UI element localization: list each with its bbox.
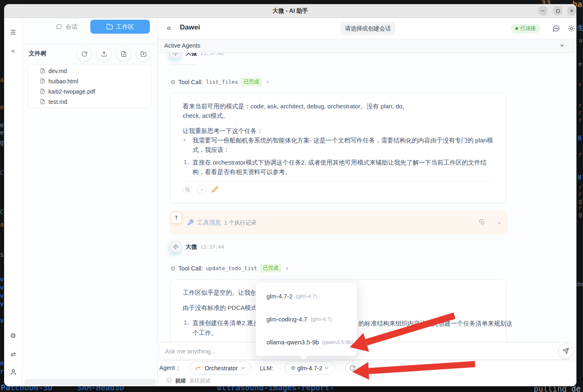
close-icon: ✕ <box>570 8 574 14</box>
titlebar[interactable]: 大微 - AI 助手 ✕ <box>4 4 576 18</box>
terminal-text-fragment: C <box>0 169 4 177</box>
composer <box>158 342 576 360</box>
bullet-item: • 我需要写一份船舶机务系统的智能体化方案- 这是一个文档写作任务，需要结构化的… <box>183 135 493 154</box>
message-text: 看来当前可用的模式是：code, ask, architect, debug, … <box>183 101 493 120</box>
message-sender: 大微 <box>186 53 197 57</box>
new-folder-button[interactable] <box>136 47 150 61</box>
terminal-text-fragment: r <box>578 81 582 88</box>
close-button[interactable]: ✕ <box>567 6 576 16</box>
agents-collapse-icon[interactable] <box>560 45 564 47</box>
upload-file-button[interactable] <box>97 47 111 61</box>
avatar: 小 <box>170 241 181 252</box>
icon-rail: ☰ « ⚙ ⇄ <box>4 18 22 386</box>
expand-button[interactable] <box>497 220 502 227</box>
tab-workspace[interactable]: 工作区 <box>90 20 150 34</box>
terminal-text-fragment: g <box>578 211 582 218</box>
tool-call-name: list_files <box>206 79 238 85</box>
session-picker-button[interactable]: 请选择或创建会话 <box>340 22 395 35</box>
orchestrator-icon <box>195 365 202 371</box>
theme-sun-icon[interactable] <box>567 25 575 34</box>
chevron-right-icon[interactable] <box>284 266 290 271</box>
tool-call-name: update_todo_list <box>206 265 257 271</box>
assistant-message-card: 看来当前可用的模式是：code, ask, architect, debug, … <box>170 93 506 203</box>
terminal-text-fragment: r <box>0 368 4 375</box>
maximize-icon <box>556 9 560 13</box>
user-icon[interactable] <box>4 369 22 377</box>
active-agents-bar[interactable]: Active Agents <box>158 39 576 53</box>
file-name: kaiti2-twopage.pdf <box>48 88 95 95</box>
llm-label: LLM: <box>260 365 273 371</box>
divider <box>22 44 157 44</box>
folder-icon <box>106 23 113 30</box>
file-icon <box>121 51 127 57</box>
gear-icon: ⚙ <box>291 365 296 371</box>
pencil-icon <box>211 186 218 193</box>
terminal-text-fragment: C <box>0 209 4 216</box>
terminal-text-fragment: r <box>578 151 582 158</box>
numbered-text: 直接创建任务清单2.逐步完 <box>193 319 266 326</box>
status-state: 就绪 <box>175 377 186 385</box>
file-list: dev.md huibao.html kaiti2-twopage.pdf te… <box>28 64 151 108</box>
refresh-models-button[interactable] <box>345 361 359 375</box>
tool-call-row[interactable]: ⚙ Tool Call: update_todo_list 已完成 <box>170 264 290 273</box>
file-row[interactable]: test.md <box>28 96 151 107</box>
terminal-text-fragment: r <box>578 204 582 211</box>
refresh-files-button[interactable] <box>77 47 91 61</box>
terminal-text-fragment: s <box>0 251 4 259</box>
sidebar: 会话 工作区 文件树 <box>22 18 158 386</box>
maximize-button[interactable] <box>553 6 562 16</box>
file-row[interactable]: dev.md <box>28 66 151 76</box>
terminal-text-fragment: H <box>578 135 581 142</box>
llm-model-dropdown: glm-4.7-2 (glm-4.7) glm-coding-4.7 (glm-… <box>255 282 357 356</box>
copy-button[interactable] <box>479 219 485 227</box>
copy-button[interactable] <box>183 185 192 194</box>
swap-icon[interactable]: ⇄ <box>4 351 22 358</box>
tab-sessions-label: 会话 <box>66 23 78 31</box>
file-tree-title: 文件树 <box>29 50 47 57</box>
collapse-message-button[interactable] <box>197 185 207 194</box>
tab-sessions[interactable]: 会话 <box>45 20 88 34</box>
chat-scroll-area[interactable]: 小 大微 13:37:42 ⚙ Tool Call: list_files 已完… <box>158 53 576 342</box>
chat-input[interactable] <box>159 342 576 360</box>
collapse-sidebar-icon[interactable]: « <box>4 47 22 55</box>
send-button[interactable] <box>558 344 573 358</box>
new-file-button[interactable] <box>117 47 131 61</box>
edit-button[interactable] <box>211 186 218 193</box>
agent-label: Agent： <box>159 364 181 372</box>
file-name: test.md <box>48 99 67 105</box>
file-icon <box>40 89 45 94</box>
file-row[interactable]: huibao.html <box>28 76 151 86</box>
model-option[interactable]: glm-coding-4.7 (glm-4.7) <box>256 309 357 329</box>
copy-icon <box>185 187 190 192</box>
agent-bar: Agent： Orchestrator LLM: ⚙ glm-4.7-2 <box>158 360 576 376</box>
tool-call-row[interactable]: ⚙ Tool Call: list_files 已完成 <box>170 78 271 86</box>
sidebar-scrollbar[interactable] <box>24 379 156 385</box>
main-header: « Dawei 请选择或创建会话 已连接 <box>158 18 576 39</box>
chat-bubble-icon[interactable] <box>552 25 560 34</box>
avatar: 小 <box>170 53 181 59</box>
check-circle-icon <box>166 377 172 385</box>
tool-message-row[interactable]: T 工具消息 1 个执行记录 <box>170 210 508 235</box>
terminal-text-fragment: r <box>578 190 582 197</box>
chevron-right-icon[interactable] <box>265 79 271 85</box>
terminal-text-fragment: e <box>0 103 4 111</box>
agent-select[interactable]: Orchestrator <box>189 361 252 375</box>
gear-icon: ⚙ <box>170 79 176 85</box>
message-text: 让我重新思考一下这个任务： <box>183 126 493 135</box>
message-time: 13:37:44 <box>200 244 224 250</box>
session-picker-label: 请选择或创建会话 <box>345 25 391 32</box>
settings-gear-icon[interactable]: ⚙ <box>4 332 22 339</box>
file-icon <box>40 78 45 84</box>
model-option[interactable]: ollama-qwen3.5-9b (qwen3.5:9b) <box>256 332 357 352</box>
status-bar: 就绪 系统就绪 <box>158 376 576 386</box>
file-row[interactable]: kaiti2-twopage.pdf <box>28 86 151 96</box>
menu-icon[interactable]: ☰ <box>4 29 22 36</box>
llm-select[interactable]: ⚙ glm-4.7-2 <box>285 361 335 375</box>
model-option[interactable]: glm-4.7-2 (glm-4.7) <box>256 286 357 307</box>
refresh-icon <box>81 51 87 57</box>
terminal-text-fragment: r <box>578 102 582 108</box>
terminal-text-fragment: r <box>578 117 582 123</box>
back-icon[interactable]: « <box>167 23 171 32</box>
minimize-button[interactable] <box>538 6 548 16</box>
numbered-text: 直接在 orchestrator模式下协调这个任务2. 或者使用其他可用模式来辅… <box>193 159 487 175</box>
